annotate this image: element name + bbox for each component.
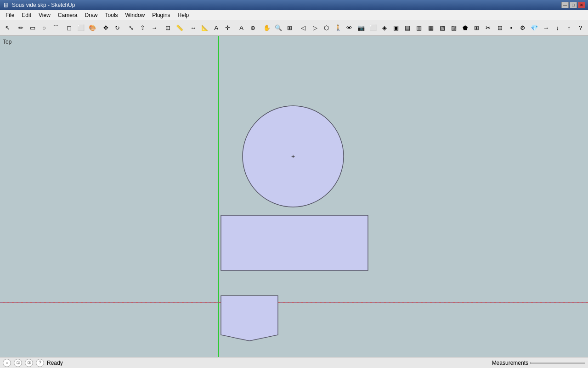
tool-section[interactable]: ✂ — [483, 22, 494, 34]
tool-perspective[interactable]: ⬟ — [460, 22, 471, 34]
tool-iso[interactable]: ◈ — [379, 22, 390, 34]
tool-display-settings[interactable]: ⚙ — [517, 22, 528, 34]
tool-axes[interactable]: ✛ — [222, 22, 233, 34]
tool-paint[interactable]: 🎨 — [87, 22, 98, 34]
status-circle-2[interactable]: ① — [14, 359, 22, 367]
tool-walk[interactable]: 🚶 — [333, 22, 344, 34]
maximize-button[interactable]: □ — [570, 2, 577, 8]
statusbar: ○ ① ② ? Ready Measurements — [0, 357, 588, 368]
tool-section-display[interactable]: ⊟ — [494, 22, 505, 34]
minimize-button[interactable]: — — [561, 2, 569, 8]
tool-pencil[interactable]: ✏ — [16, 22, 27, 34]
svg-marker-6 — [221, 296, 278, 341]
menu-item-file[interactable]: File — [2, 11, 18, 19]
menu-item-help[interactable]: Help — [174, 11, 193, 19]
tool-component[interactable]: ⬡ — [321, 22, 332, 34]
tool-left-view[interactable]: ▧ — [437, 22, 448, 34]
tool-zoom-extents[interactable]: ⊞ — [284, 22, 295, 34]
tool-zoom[interactable]: 🔍 — [273, 22, 284, 34]
tool-front-view[interactable]: ▤ — [402, 22, 413, 34]
tool-follow-me[interactable]: → — [149, 22, 160, 34]
toolbar-separator — [62, 22, 63, 34]
menu-item-draw[interactable]: Draw — [81, 11, 102, 19]
toolbar-separator — [259, 22, 261, 34]
tool-dimension[interactable]: ↔ — [188, 22, 199, 34]
menu-item-tools[interactable]: Tools — [102, 11, 122, 19]
canvas: + — [0, 36, 588, 357]
tool-move[interactable]: ✥ — [101, 22, 112, 34]
tool-arrow-right[interactable]: → — [540, 22, 551, 34]
tool-section-fill[interactable]: ▪ — [506, 22, 517, 34]
toolbar: ↖✏▭○⌒◻⬜🎨✥↻⤡⇧→⊡📏↔📐A✛A⊕✋🔍⊞◁▷⬡🚶👁📷⬜◈▣▤▥▦▧▨⬟⊞… — [0, 20, 588, 36]
tool-look-around[interactable]: 👁 — [344, 22, 355, 34]
tool-share-model[interactable]: ↑ — [564, 22, 575, 34]
statusbar-right: Measurements — [492, 360, 585, 366]
svg-text:+: + — [291, 153, 295, 160]
status-circle-1[interactable]: ○ — [3, 359, 11, 367]
tool-circle[interactable]: ○ — [39, 22, 50, 34]
tool-pan[interactable]: ✋ — [261, 22, 272, 34]
tool-position-camera[interactable]: 📷 — [356, 22, 367, 34]
tool-3d-text[interactable]: A — [236, 22, 247, 34]
main-area: Top + — [0, 36, 588, 357]
tool-back-view[interactable]: ▦ — [425, 22, 436, 34]
app-icon: 🖥 — [3, 1, 9, 9]
toolbar-separator — [186, 22, 187, 34]
menu-item-window[interactable]: Window — [122, 11, 149, 19]
tool-parallel[interactable]: ⊞ — [471, 22, 482, 34]
tool-protractor[interactable]: 📐 — [199, 22, 210, 34]
tool-right-view[interactable]: ▥ — [413, 22, 424, 34]
close-button[interactable]: ✕ — [578, 2, 585, 8]
view-label: Top — [3, 39, 11, 45]
titlebar-controls: — □ ✕ — [561, 2, 585, 8]
menu-item-camera[interactable]: Camera — [54, 11, 81, 19]
menu-item-view[interactable]: View — [35, 11, 54, 19]
tool-help[interactable]: ? — [575, 22, 586, 34]
toolbar-separator — [98, 22, 100, 34]
tool-push-pull[interactable]: ⇧ — [137, 22, 148, 34]
toolbar-separator — [13, 22, 15, 34]
titlebar-title: 🖥 Sous vide.skp - SketchUp — [3, 1, 75, 9]
tool-top-view[interactable]: ▣ — [390, 22, 401, 34]
tool-offset[interactable]: ⊡ — [163, 22, 174, 34]
measurements-label: Measurements — [492, 360, 528, 366]
tool-rectangle[interactable]: ▭ — [27, 22, 38, 34]
tool-scale[interactable]: ⤡ — [126, 22, 137, 34]
svg-rect-5 — [221, 215, 368, 270]
help-icon[interactable]: ? — [36, 359, 44, 367]
tool-views[interactable]: ⬜ — [368, 22, 379, 34]
tool-orbit[interactable]: ⊕ — [248, 22, 259, 34]
toolbar-separator — [234, 22, 236, 34]
toolbar-separator — [124, 22, 125, 34]
tool-arc[interactable]: ⌒ — [50, 22, 61, 34]
toolbar-separator — [160, 22, 162, 34]
status-circle-3[interactable]: ② — [25, 359, 33, 367]
tool-rotate[interactable]: ↻ — [112, 22, 123, 34]
tool-shape-3d[interactable]: ◻ — [64, 22, 75, 34]
menu-item-plugins[interactable]: Plugins — [148, 11, 174, 19]
tool-previous[interactable]: ◁ — [298, 22, 309, 34]
tool-bottom-view[interactable]: ▨ — [448, 22, 459, 34]
tool-get-models[interactable]: ↓ — [552, 22, 563, 34]
status-text: Ready — [47, 360, 63, 366]
measurements-input[interactable] — [530, 362, 585, 364]
tool-ruby-console[interactable]: 💎 — [529, 22, 540, 34]
window-title: Sous vide.skp - SketchUp — [12, 2, 75, 8]
titlebar: 🖥 Sous vide.skp - SketchUp — □ ✕ — [0, 0, 588, 10]
tool-next[interactable]: ▷ — [310, 22, 321, 34]
tool-select[interactable]: ↖ — [2, 22, 13, 34]
tool-tape[interactable]: 📏 — [174, 22, 185, 34]
statusbar-left: ○ ① ② ? Ready — [3, 359, 63, 367]
menu-item-edit[interactable]: Edit — [18, 11, 35, 19]
menubar: FileEditViewCameraDrawToolsWindowPlugins… — [0, 10, 588, 20]
tool-text[interactable]: A — [211, 22, 222, 34]
toolbar-separator — [296, 22, 298, 34]
viewport[interactable]: Top + — [0, 36, 588, 357]
tool-eraser[interactable]: ⬜ — [75, 22, 86, 34]
